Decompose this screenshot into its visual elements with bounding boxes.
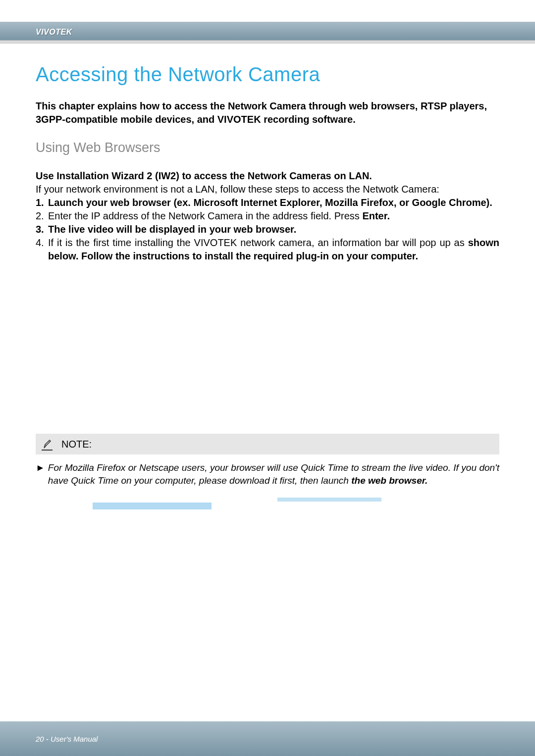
decorative-bar-left (93, 503, 212, 509)
main-title: Accessing the Network Camera (36, 63, 499, 86)
brand-name: VIVOTEK (36, 28, 72, 37)
step-number: 1. (36, 196, 48, 209)
step-1: 1. Launch your web browser (ex. Microsof… (36, 196, 499, 209)
arrow-icon: ► (36, 461, 45, 487)
page-header: VIVOTEK (0, 0, 535, 44)
intro-paragraph: This chapter explains how to access the … (36, 100, 499, 126)
section-title: Using Web Browsers (36, 140, 499, 155)
note-body: ► For Mozilla Firefox or Netscape users,… (36, 461, 499, 487)
step-text: Enter the IP address of the Network Came… (48, 209, 499, 223)
wizard-instruction: Use Installation Wizard 2 (IW2) to acces… (36, 169, 499, 183)
note-header: NOTE: (36, 434, 499, 454)
step-text: If it is the first time installing the V… (48, 236, 499, 263)
page-content: Accessing the Network Camera This chapte… (0, 44, 535, 487)
step-text: The live video will be displayed in your… (48, 223, 499, 236)
step-2: 2. Enter the IP address of the Network C… (36, 209, 499, 223)
page-footer: 20 - User's Manual (0, 721, 535, 756)
step-number: 3. (36, 223, 48, 236)
header-gradient (0, 22, 535, 42)
footer-text: 20 - User's Manual (36, 735, 98, 743)
nonlan-instruction: If your network environment is not a LAN… (36, 183, 499, 196)
step-text: Launch your web browser (ex. Microsoft I… (48, 196, 499, 209)
svg-line-1 (49, 441, 50, 442)
step-4: 4. If it is the first time installing th… (36, 236, 499, 263)
decorative-bar-right (277, 498, 381, 502)
note-label: NOTE: (61, 439, 92, 450)
pencil-icon (42, 438, 53, 451)
step-number: 4. (36, 236, 48, 263)
step-3: 3. The live video will be displayed in y… (36, 223, 499, 236)
svg-line-0 (45, 445, 46, 446)
step-number: 2. (36, 209, 48, 223)
note-text: For Mozilla Firefox or Netscape users, y… (48, 461, 499, 487)
steps-list: 1. Launch your web browser (ex. Microsof… (36, 196, 499, 263)
